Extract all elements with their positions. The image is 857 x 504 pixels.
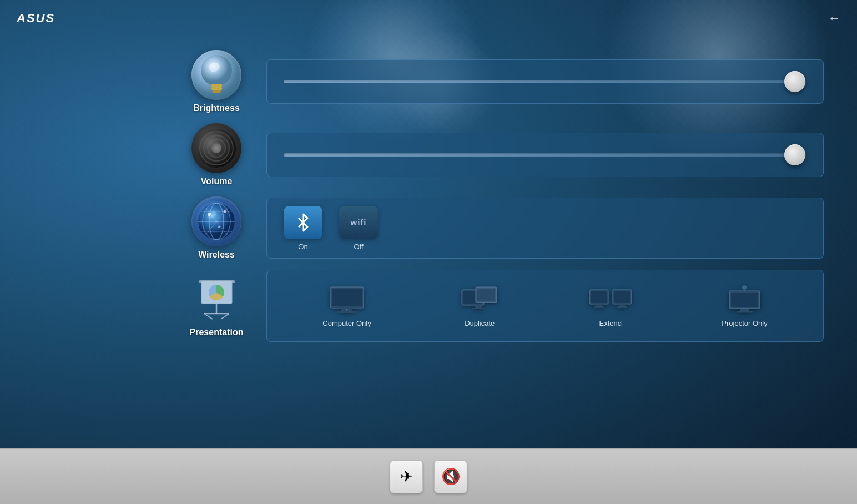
svg-rect-25 bbox=[332, 289, 362, 306]
svg-rect-41 bbox=[619, 304, 625, 306]
projector-only-option[interactable]: Projector Only bbox=[722, 284, 767, 327]
svg-rect-34 bbox=[477, 289, 495, 301]
volume-icon bbox=[191, 123, 241, 173]
computer-only-label: Computer Only bbox=[322, 319, 371, 327]
volume-thumb[interactable] bbox=[784, 144, 805, 165]
svg-rect-32 bbox=[472, 308, 485, 309]
wireless-row: Wireless On wifi Off bbox=[167, 196, 824, 260]
extend-option[interactable]: Extend bbox=[588, 284, 633, 327]
volume-panel bbox=[266, 133, 824, 177]
volume-icon-label: Volume bbox=[167, 123, 266, 187]
brightness-thumb[interactable] bbox=[784, 71, 805, 92]
brightness-label: Brightness bbox=[193, 103, 240, 113]
volume-track bbox=[284, 153, 806, 157]
mute-button[interactable]: 🔇 bbox=[434, 460, 467, 493]
airplane-mode-button[interactable]: ✈ bbox=[390, 460, 423, 493]
volume-label: Volume bbox=[201, 177, 233, 187]
wifi-text: wifi bbox=[351, 218, 367, 227]
airplane-icon: ✈ bbox=[400, 467, 413, 486]
wireless-icon-label: Wireless bbox=[167, 196, 266, 260]
speaker-ring-3 bbox=[207, 139, 226, 158]
svg-rect-37 bbox=[596, 304, 602, 306]
svg-rect-36 bbox=[591, 291, 607, 303]
projector-only-label: Projector Only bbox=[722, 319, 767, 327]
bluetooth-button[interactable]: On bbox=[284, 206, 322, 251]
svg-rect-2 bbox=[211, 84, 222, 87]
presentation-panel: Computer Only Duplicate bbox=[266, 270, 824, 342]
svg-rect-46 bbox=[737, 311, 753, 313]
brightness-row: Brightness bbox=[167, 50, 824, 113]
svg-rect-44 bbox=[731, 293, 758, 307]
svg-rect-4 bbox=[213, 90, 221, 93]
wireless-panel: On wifi Off bbox=[266, 198, 824, 259]
projector-only-icon bbox=[727, 284, 763, 315]
mute-icon: 🔇 bbox=[441, 467, 461, 486]
main-content: Brightness Volume bbox=[167, 50, 824, 443]
brightness-slider-container[interactable] bbox=[284, 76, 806, 87]
svg-rect-27 bbox=[337, 311, 356, 313]
svg-rect-42 bbox=[617, 306, 627, 308]
presentation-icon bbox=[191, 274, 241, 324]
presentation-row: Presentation Computer Only bbox=[167, 270, 824, 342]
svg-line-22 bbox=[221, 314, 229, 319]
bluetooth-icon bbox=[284, 206, 322, 239]
svg-point-14 bbox=[224, 210, 226, 213]
svg-rect-40 bbox=[614, 291, 630, 303]
brightness-icon bbox=[191, 50, 241, 100]
wireless-label: Wireless bbox=[198, 250, 235, 260]
svg-rect-3 bbox=[211, 87, 222, 90]
brightness-track bbox=[284, 80, 806, 83]
svg-rect-23 bbox=[199, 280, 235, 283]
computer-only-option[interactable]: Computer Only bbox=[322, 284, 371, 327]
asus-logo: ASUS bbox=[17, 11, 55, 26]
duplicate-option[interactable]: Duplicate bbox=[460, 284, 499, 327]
duplicate-label: Duplicate bbox=[465, 319, 495, 327]
extend-label: Extend bbox=[599, 319, 622, 327]
brightness-icon-label: Brightness bbox=[167, 50, 266, 113]
svg-line-21 bbox=[204, 314, 213, 319]
svg-point-15 bbox=[218, 226, 220, 228]
speaker-inner bbox=[197, 129, 236, 168]
wifi-label: Off bbox=[354, 243, 363, 251]
svg-point-28 bbox=[346, 309, 347, 311]
wifi-icon: wifi bbox=[339, 206, 378, 239]
svg-rect-31 bbox=[475, 305, 482, 308]
svg-rect-38 bbox=[594, 306, 604, 308]
computer-only-icon bbox=[327, 284, 366, 315]
duplicate-icon bbox=[460, 284, 499, 315]
presentation-label: Presentation bbox=[190, 327, 244, 337]
bottom-bar: ✈ 🔇 bbox=[0, 448, 857, 504]
presentation-icon-label: Presentation bbox=[167, 274, 266, 337]
brightness-panel bbox=[266, 59, 824, 104]
wireless-icon bbox=[191, 196, 241, 246]
svg-point-47 bbox=[742, 285, 747, 290]
volume-slider-container[interactable] bbox=[284, 149, 806, 160]
svg-rect-45 bbox=[740, 309, 749, 311]
extend-icon bbox=[588, 284, 633, 315]
bluetooth-label: On bbox=[298, 243, 307, 251]
wifi-button[interactable]: wifi Off bbox=[339, 206, 378, 251]
volume-row: Volume bbox=[167, 123, 824, 187]
back-button[interactable]: ← bbox=[828, 11, 840, 26]
